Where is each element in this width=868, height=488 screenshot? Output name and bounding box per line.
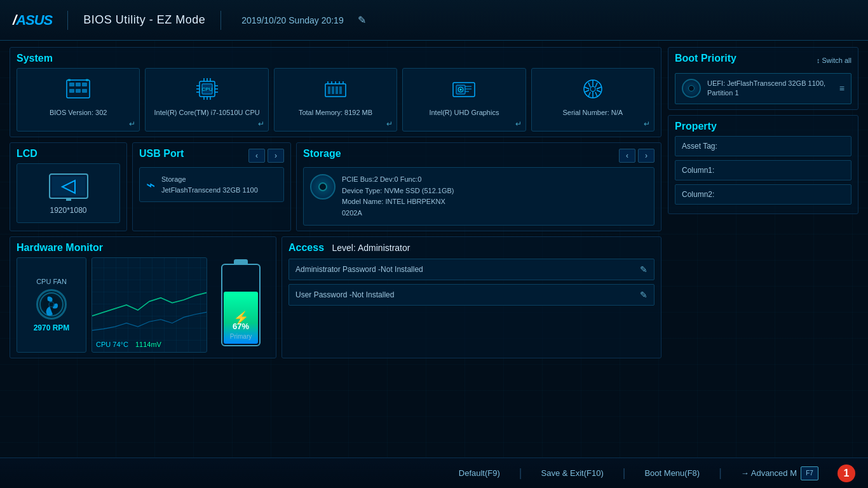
hw-monitor-section: Hardware Monitor CPU FAN: [10, 236, 276, 358]
left-column: System: [10, 47, 661, 451]
bios-icon: [63, 74, 93, 104]
switch-all-button[interactable]: ↕ Switch all: [817, 57, 851, 64]
svg-rect-3: [82, 83, 87, 86]
battery-box: ⚡ 67% Primary: [212, 257, 269, 353]
bios-title: BIOS Utility - EZ Mode: [83, 13, 205, 27]
advanced-key-icon: F7: [801, 466, 818, 480]
access-title: Access Level: Administrator: [288, 242, 654, 254]
cpu-arrow: ↵: [258, 119, 264, 128]
serial-label: Serial Number: N/A: [562, 108, 623, 118]
storage-device-type: Device Type: NVMe SSD (512.1GB): [342, 186, 454, 197]
property-title: Property: [675, 121, 851, 132]
svg-rect-2: [76, 83, 81, 86]
svg-text:CPU: CPU: [201, 86, 212, 92]
battery-percent-label: 67%: [222, 322, 259, 331]
system-cards: BIOS Version: 302 ↵ CPU: [17, 68, 654, 132]
cpu-card[interactable]: CPU: [145, 68, 268, 132]
footer-sep-2: |: [623, 466, 626, 480]
hw-stats: CPU 74°C 1114mV: [96, 341, 161, 348]
column1-label: Column1:: [682, 166, 714, 175]
footer-sep-1: |: [519, 466, 522, 480]
battery-type-label: Primary: [222, 333, 259, 340]
usb-header: USB Port ‹ ›: [139, 148, 284, 163]
asset-tag-label: Asset Tag:: [682, 142, 717, 151]
storage-header: Storage ‹ ›: [303, 148, 654, 163]
system-title: System: [17, 53, 654, 64]
lcd-section: LCD 1920*1080: [10, 142, 127, 231]
storage-next-btn[interactable]: ›: [638, 149, 654, 163]
boot-menu-button[interactable]: Boot Menu(F8): [644, 468, 700, 478]
svg-rect-26: [332, 86, 334, 94]
storage-disk-inner: [318, 182, 327, 191]
admin-password-label: Administrator Password -Not Installed: [295, 265, 423, 274]
storage-model-suffix: 0202A: [342, 208, 454, 219]
cpu-voltage-label: 1114mV: [135, 341, 161, 348]
storage-device-info: PCIE Bus:2 Dev:0 Func:0 Device Type: NVM…: [342, 174, 454, 219]
memory-arrow: ↵: [386, 119, 393, 128]
hw-graph-area: CPU 74°C 1114mV: [92, 257, 207, 353]
memory-icon: [320, 74, 351, 104]
bios-label: BIOS Version: 302: [50, 108, 107, 118]
svg-rect-7: [68, 79, 71, 81]
usb-storage-wrapper: USB Port ‹ › ⌁ Storage JetFlashTranscend…: [132, 142, 661, 231]
edit-date-icon[interactable]: ✎: [358, 14, 366, 26]
svg-point-37: [460, 89, 462, 91]
asus-logo: /ASUS: [13, 12, 52, 29]
header-bar: /ASUS BIOS Utility - EZ Mode 2019/10/20 …: [0, 0, 868, 41]
advanced-mode-label: → Advanced M: [741, 468, 797, 478]
cpu-icon: CPU: [192, 74, 222, 104]
header-divider-2: [220, 11, 221, 30]
main-layout: System: [0, 41, 868, 458]
usb-next-btn[interactable]: ›: [268, 149, 284, 163]
gpu-label: Intel(R) UHD Graphics: [429, 108, 499, 118]
right-column: Boot Priority ↕ Switch all UEFI: JetFlas…: [668, 47, 858, 451]
boot-item-0[interactable]: UEFI: JetFlashTranscend 32GB 1100, Parti…: [675, 73, 851, 104]
boot-priority-section: Boot Priority ↕ Switch all UEFI: JetFlas…: [668, 47, 858, 110]
storage-prev-btn[interactable]: ‹: [619, 149, 635, 163]
header-divider: [67, 11, 68, 30]
bios-card[interactable]: BIOS Version: 302 ↵: [17, 68, 140, 132]
usb-device-item: ⌁ Storage JetFlashTranscend 32GB 1100: [139, 167, 284, 202]
user-password-edit-icon[interactable]: ✎: [640, 290, 648, 300]
svg-rect-5: [76, 89, 81, 93]
battery-body: ⚡ 67% Primary: [221, 264, 261, 346]
admin-password-edit-icon[interactable]: ✎: [640, 264, 648, 274]
usb-prev-btn[interactable]: ‹: [248, 149, 265, 163]
asset-tag-row: Asset Tag:: [675, 136, 851, 156]
cpu-fan-label: CPU FAN: [36, 278, 67, 285]
battery-visual: ⚡ 67% Primary: [221, 264, 261, 346]
hw-monitor-title: Hardware Monitor: [17, 242, 269, 254]
memory-card[interactable]: Total Memory: 8192 MB ↵: [274, 68, 397, 132]
svg-rect-27: [336, 86, 338, 94]
admin-password-row: Administrator Password -Not Installed ✎: [288, 259, 654, 280]
storage-section: Storage ‹ › PCIE Bus:2 Dev:0 Func:0 Devi…: [296, 142, 661, 231]
lcd-title: LCD: [17, 148, 120, 159]
default-button[interactable]: Default(F9): [459, 468, 500, 478]
access-level: Level: Administrator: [332, 243, 410, 253]
boot-item-menu-icon[interactable]: ≡: [839, 83, 844, 93]
gpu-icon: [449, 74, 479, 104]
column2-label: Column2:: [682, 190, 714, 199]
battery-top-cap: [234, 259, 248, 264]
gpu-arrow: ↵: [515, 119, 522, 128]
svg-rect-25: [328, 86, 330, 94]
svg-point-43: [590, 86, 595, 92]
storage-title: Storage: [303, 148, 341, 159]
storage-disk-icon: [310, 174, 336, 200]
fan-circle-icon: [36, 289, 67, 320]
usb-device-model: JetFlashTranscend 32GB 1100: [161, 185, 258, 196]
serial-card[interactable]: Serial Number: N/A ↵: [531, 68, 654, 132]
save-exit-button[interactable]: Save & Exit(F10): [541, 468, 604, 478]
footer-sep-3: |: [719, 466, 722, 480]
gpu-card[interactable]: Intel(R) UHD Graphics ↵: [402, 68, 526, 132]
lcd-resolution: 1920*1080: [50, 206, 86, 215]
bios-arrow: ↵: [129, 119, 135, 128]
storage-device-item: PCIE Bus:2 Dev:0 Func:0 Device Type: NVM…: [303, 167, 654, 226]
column1-row: Column1:: [675, 160, 851, 180]
svg-rect-4: [69, 89, 74, 93]
svg-rect-47: [52, 177, 85, 196]
advanced-mode-button[interactable]: → Advanced M F7: [741, 466, 818, 480]
notification-badge[interactable]: 1: [837, 464, 855, 482]
boot-priority-header: Boot Priority ↕ Switch all: [675, 53, 851, 68]
lcd-display: 1920*1080: [17, 163, 120, 223]
